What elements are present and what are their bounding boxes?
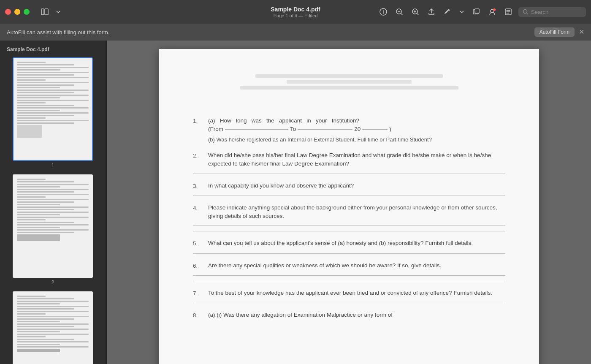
question-5-text: 5. What can you tell us about the applic… [193, 239, 505, 248]
header-line-3 [240, 86, 458, 90]
autofill-message: AutoFill can assist with filling out thi… [7, 29, 109, 35]
titlebar: Sample Doc 4.pdf Page 1 of 4 — Edited [0, 0, 591, 24]
q3-num: 3. [193, 182, 202, 190]
search-bar[interactable] [518, 7, 586, 17]
q5-content: What can you tell us about the applicant… [208, 239, 505, 248]
q4-answer-line-2 [193, 231, 505, 231]
question-8: 8. (a) (i) Was there any allegation of E… [193, 311, 505, 320]
q7-content: To the best of your knowledge has the ap… [208, 289, 505, 298]
view-dropdown-button[interactable] [54, 8, 62, 16]
question-3-text: 3. In what capacity did you know and obs… [193, 182, 505, 190]
q7-answer-line [193, 303, 505, 303]
q1a: (a) How long was the applicant in your I… [208, 117, 505, 134]
sidebar-toggle-button[interactable] [38, 6, 52, 18]
pdf-header [193, 74, 505, 108]
thumbnail-page-2[interactable]: 2 [5, 174, 100, 285]
mini-lines-3 [14, 292, 92, 364]
q6-content: Are there any special qualities or weakn… [208, 261, 505, 270]
autofill-form-button[interactable]: AutoFill Form [534, 27, 575, 37]
question-7-text: 7. To the best of your knowledge has the… [193, 289, 505, 298]
markup-dropdown-icon[interactable] [458, 8, 466, 16]
question-4-text: 4. Please indicate anything special abou… [193, 204, 505, 221]
q2-answer-line [193, 174, 505, 174]
maximize-button[interactable] [24, 9, 30, 15]
question-7: 7. To the best of your knowledge has the… [193, 289, 505, 303]
autofill-actions: AutoFill Form ✕ [534, 27, 584, 37]
doc-info: Sample Doc 4.pdf Page 1 of 4 — Edited [271, 6, 320, 18]
q8-num: 8. [193, 311, 202, 320]
question-3: 3. In what capacity did you know and obs… [193, 182, 505, 196]
question-6-text: 6. Are there any special qualities or we… [193, 261, 505, 270]
question-5: 5. What can you tell us about the applic… [193, 239, 505, 253]
q5-answer-line [193, 253, 505, 254]
svg-rect-6 [475, 9, 479, 13]
chevron-down-icon [56, 9, 61, 14]
q3-content: In what capacity did you know and observ… [208, 182, 505, 190]
sidebar: Sample Doc 4.pdf [0, 41, 106, 364]
q1-year-line [362, 129, 388, 130]
question-1: 1. (a) How long was the applicant in you… [193, 117, 505, 144]
question-6: 6. Are there any special qualities or we… [193, 261, 505, 281]
edit-icon[interactable] [502, 6, 514, 18]
q4-answer-line-1 [193, 225, 505, 226]
q3-answer-line [193, 196, 505, 196]
header-line-1 [255, 74, 443, 78]
q1-num: 1. [193, 117, 202, 144]
question-2: 2. When did he/she pass his/her final La… [193, 151, 505, 174]
q6-answer-line-1 [193, 275, 505, 276]
toolbar-left [38, 6, 62, 18]
share-icon[interactable] [426, 6, 437, 18]
sidebar-icon [41, 8, 49, 16]
mini-lines-2 [14, 175, 92, 277]
search-input[interactable] [531, 9, 573, 15]
q1b: (b) Was he/she registered as an Internal… [208, 136, 505, 144]
traffic-lights [5, 9, 30, 15]
zoom-out-icon[interactable] [393, 6, 405, 18]
thumbnail-img-1 [13, 57, 93, 161]
minimize-button[interactable] [14, 9, 20, 15]
doc-subtitle: Page 1 of 4 — Edited [271, 13, 320, 18]
header-line-2 [287, 80, 412, 84]
thumbnail-img-3 [13, 291, 93, 364]
q4-content: Please indicate anything special about t… [208, 204, 505, 221]
question-1-text: 1. (a) How long was the applicant in you… [193, 117, 505, 144]
new-window-icon[interactable] [470, 6, 482, 18]
q4-num: 4. [193, 204, 202, 221]
q6-answer-line-2 [193, 281, 505, 281]
mini-lines-1 [14, 58, 92, 160]
q1-content: (a) How long was the applicant in your I… [208, 117, 505, 144]
doc-title: Sample Doc 4.pdf [271, 6, 320, 13]
svg-rect-0 [41, 9, 44, 15]
zoom-in-icon[interactable] [409, 6, 421, 18]
pdf-page: 1. (a) How long was the applicant in you… [159, 49, 539, 364]
main-area: Sample Doc 4.pdf [0, 41, 591, 364]
q1-to-line [298, 129, 352, 130]
question-2-text: 2. When did he/she pass his/her final La… [193, 151, 505, 168]
q7-num: 7. [193, 289, 202, 298]
info-icon[interactable] [377, 6, 389, 18]
thumbnail-page-1[interactable]: 1 [5, 57, 100, 168]
autofill-close-button[interactable]: ✕ [579, 29, 584, 35]
badge-icon[interactable] [486, 6, 498, 18]
q5-num: 5. [193, 239, 202, 248]
thumbnail-page-3[interactable]: 3 [5, 291, 100, 364]
markup-icon[interactable] [442, 6, 453, 18]
q2-num: 2. [193, 151, 202, 168]
close-button[interactable] [5, 9, 11, 15]
q6-num: 6. [193, 261, 202, 270]
q2-content: When did he/she pass his/her final Law D… [208, 151, 505, 168]
sidebar-scroll: 1 [0, 56, 106, 364]
thumbnail-label-1: 1 [52, 163, 54, 168]
autofill-bar: AutoFill can assist with filling out thi… [0, 24, 591, 41]
thumbnail-label-2: 2 [52, 280, 54, 285]
svg-rect-1 [45, 9, 48, 15]
q1-from-line [225, 129, 288, 130]
question-4: 4. Please indicate anything special abou… [193, 204, 505, 232]
pdf-content[interactable]: 1. (a) How long was the applicant in you… [107, 41, 591, 364]
search-icon [523, 9, 529, 15]
thumbnail-img-2 [13, 174, 93, 278]
svg-point-8 [493, 8, 496, 11]
toolbar-right [377, 6, 586, 18]
sidebar-title: Sample Doc 4.pdf [0, 41, 106, 56]
q8-content: (a) (i) Was there any allegation of Exam… [208, 311, 505, 320]
